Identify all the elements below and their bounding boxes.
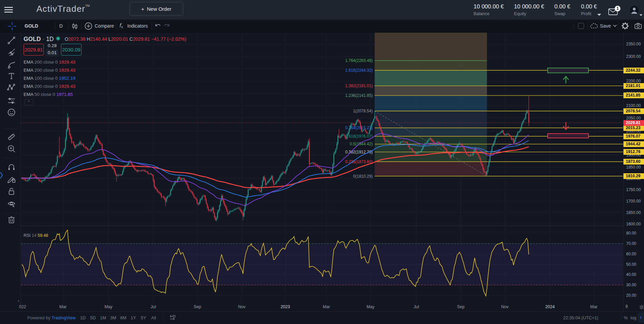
svg-text:1.618(2244.32): 1.618(2244.32) — [345, 68, 373, 73]
svg-text:0.236(1873.60): 0.236(1873.60) — [345, 159, 373, 164]
svg-text:1.764(2283.48): 1.764(2283.48) — [345, 58, 373, 63]
svg-text:1(2078.54): 1(2078.54) — [353, 109, 373, 113]
svg-text:1.236(2141.85): 1.236(2141.85) — [345, 93, 373, 98]
svg-text:RSI 14 59.48: RSI 14 59.48 — [24, 233, 48, 238]
svg-text:0.618(1976.07): 0.618(1976.07) — [345, 134, 373, 139]
svg-text:0(1810.29): 0(1810.29) — [353, 174, 373, 179]
svg-text:1.382(2181.01): 1.382(2181.01) — [345, 83, 373, 88]
